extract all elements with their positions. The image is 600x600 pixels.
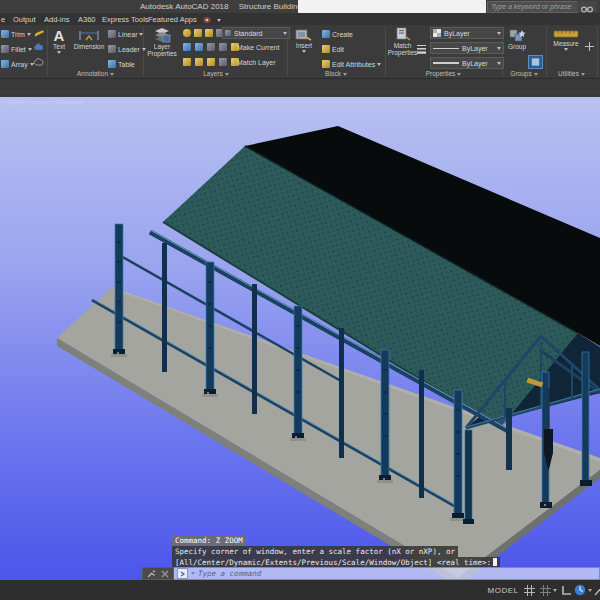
edit-attributes-button[interactable]: Edit Attributes: [322, 59, 381, 69]
command-history-line1: Command: Z ZOOM: [172, 535, 246, 546]
grid-display-icon[interactable]: [522, 583, 536, 597]
lineweight-list-icon[interactable]: [417, 45, 426, 55]
ribbon-tab-a360[interactable]: A360: [78, 15, 96, 24]
linetype-dropdown[interactable]: ByLayer: [430, 42, 504, 54]
array-button[interactable]: Array: [1, 59, 34, 69]
layer-properties-button[interactable]: Layer Properties: [147, 27, 177, 57]
leader-button[interactable]: Leader: [108, 44, 146, 54]
customize-icon[interactable]: [147, 570, 155, 578]
group-icon: [509, 28, 526, 43]
recent-commands-icon[interactable]: [161, 570, 169, 578]
window-title: Autodesk AutoCAD 2018 Structure Building…: [140, 2, 319, 11]
polar-tracking-icon[interactable]: [592, 583, 600, 597]
leader-icon: [108, 45, 116, 53]
edit-block-button[interactable]: Edit: [322, 44, 344, 54]
command-bar-customize[interactable]: [142, 567, 174, 580]
command-prompt-icon: [177, 568, 188, 579]
ortho-mode-icon[interactable]: [560, 583, 574, 597]
command-bar: Type a command: [142, 567, 600, 580]
linear-icon: [108, 30, 116, 38]
create-block-icon: [322, 30, 330, 38]
layer-isolate-icon[interactable]: [183, 43, 191, 51]
insert-icon: [295, 28, 313, 42]
properties-panel-label[interactable]: Properties: [385, 70, 502, 78]
linear-button[interactable]: Linear: [108, 29, 143, 39]
group-manager-button[interactable]: [528, 55, 543, 69]
text-icon: A: [54, 28, 65, 43]
layer-match-icon[interactable]: [195, 58, 203, 66]
wipeout-icon[interactable]: [33, 57, 45, 68]
layer-thaw-icon[interactable]: [194, 29, 202, 37]
panel-divider: [546, 27, 547, 76]
panel-divider: [597, 27, 598, 76]
insert-button[interactable]: Insert: [291, 28, 317, 53]
layer-swatch-icon: [225, 30, 231, 36]
layer-style-dropdown[interactable]: Standard: [222, 27, 290, 39]
layer-unisolate-icon[interactable]: [195, 43, 203, 51]
pencil-icon[interactable]: [33, 28, 45, 40]
layer-prev-icon[interactable]: [207, 58, 215, 66]
annotation-panel-label[interactable]: Annotation: [48, 70, 143, 78]
layer-properties-icon: [153, 27, 171, 43]
layer-walk-icon[interactable]: [183, 58, 191, 66]
model-space-button[interactable]: MODEL: [486, 583, 520, 597]
ribbon-lower-strip: [0, 79, 600, 98]
lineweight-sample-icon: [433, 62, 459, 64]
match-properties-button[interactable]: Match Properties: [389, 27, 416, 56]
isodraft-icon[interactable]: [573, 583, 587, 597]
ribbon-tab-bar: e Output Add-ins A360 Express Tools Feat…: [0, 13, 600, 25]
object-color-dropdown[interactable]: ByLayer: [430, 27, 504, 39]
lineweight-dropdown[interactable]: ByLayer: [430, 57, 504, 69]
ribbon-tab-featured-apps[interactable]: Featured Apps: [148, 15, 197, 24]
edit-block-icon: [322, 45, 330, 53]
help-search-placeholder: Type a keyword or phrase: [491, 3, 571, 10]
layer-merge-icon[interactable]: [219, 58, 227, 66]
layer-on-icon[interactable]: [183, 29, 191, 37]
match-layer-button[interactable]: Match Layer: [237, 57, 276, 67]
ribbon-tab-partial[interactable]: e: [1, 15, 5, 24]
dimension-icon: [78, 28, 100, 43]
ribbon-tab-output[interactable]: Output: [13, 15, 36, 24]
autocad-window: Autodesk AutoCAD 2018 Structure Building…: [0, 0, 600, 600]
ribbon-tab-add-ins[interactable]: Add-ins: [44, 15, 69, 24]
fillet-button[interactable]: Fillet: [1, 44, 32, 54]
drawing-viewport[interactable]: [-][SW Isometric][Shaded]: [0, 97, 600, 580]
group-button[interactable]: Group: [506, 28, 528, 50]
titlebar: Autodesk AutoCAD 2018 Structure Building…: [0, 0, 600, 13]
linetype-sample-icon: [433, 48, 459, 49]
ribbon-tab-express-tools[interactable]: Express Tools: [102, 15, 149, 24]
table-button[interactable]: Table: [108, 59, 135, 69]
layer-lock-icon[interactable]: [205, 29, 213, 37]
ribbon-options-caret-icon[interactable]: [217, 15, 221, 24]
layer-tools-row2: [183, 57, 239, 67]
block-panel-label[interactable]: Block: [287, 70, 385, 78]
status-bar: MODEL: [0, 580, 600, 600]
command-history-line2: Specify corner of window, enter a scale …: [172, 546, 458, 557]
text-cursor: [493, 558, 497, 566]
text-button[interactable]: A Text: [50, 28, 68, 54]
3d-model: [0, 97, 600, 580]
app-title: Autodesk AutoCAD 2018: [140, 2, 229, 11]
make-current-button[interactable]: Make Current: [237, 42, 279, 52]
fillet-icon: [1, 45, 9, 53]
ribbon: Trim Fillet Array A Text Dimension Linea…: [0, 25, 600, 79]
id-point-icon[interactable]: [585, 42, 594, 52]
layers-panel-label[interactable]: Layers: [145, 70, 287, 78]
revision-cloud-icon[interactable]: [33, 42, 45, 53]
layer-freeze-icon[interactable]: [207, 43, 215, 51]
measure-button[interactable]: Measure: [551, 28, 581, 51]
groups-panel-label[interactable]: Groups: [502, 70, 546, 78]
dimension-button[interactable]: Dimension: [72, 28, 106, 50]
create-block-button[interactable]: Create: [322, 29, 353, 39]
layer-off-icon[interactable]: [219, 43, 227, 51]
search-icon[interactable]: [577, 1, 597, 12]
command-input[interactable]: Type a command: [174, 567, 600, 580]
snap-mode-icon[interactable]: [538, 583, 552, 597]
help-search-input[interactable]: Type a keyword or phrase: [487, 1, 578, 13]
trim-button[interactable]: Trim: [1, 29, 31, 39]
titlebar-light-strip: [298, 0, 486, 13]
utilities-panel-label[interactable]: Utilities: [546, 70, 597, 78]
snap-caret-icon[interactable]: [551, 583, 559, 597]
panel-divider: [47, 27, 48, 76]
ribbon-options-icon[interactable]: [203, 15, 213, 24]
